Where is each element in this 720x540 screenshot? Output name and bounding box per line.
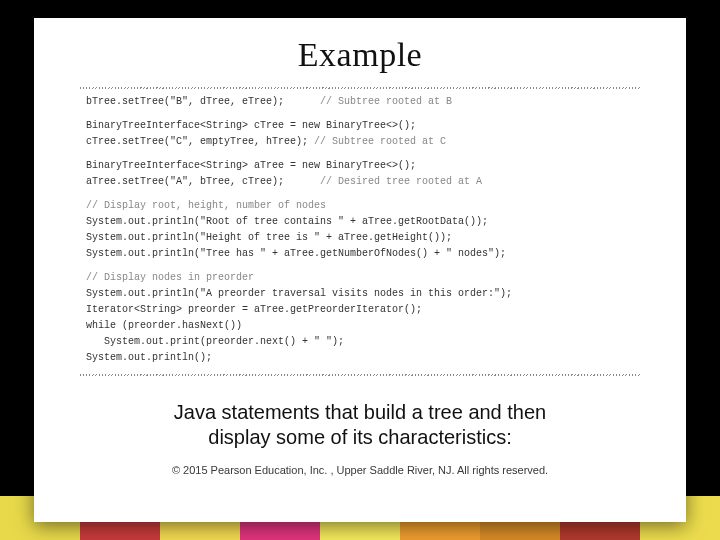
code-line: System.out.println(); (86, 350, 638, 366)
code-line: cTree.setTree("C", emptyTree, hTree); (86, 136, 308, 147)
code-comment: // Display nodes in preorder (86, 270, 638, 286)
code-line: System.out.println("A preorder traversal… (86, 286, 638, 302)
code-comment: // Display root, height, number of nodes (86, 198, 638, 214)
copyright-line: © 2015 Pearson Education, Inc. , Upper S… (80, 464, 640, 476)
code-line: BinaryTreeInterface<String> aTree = new … (86, 158, 638, 174)
code-line: bTree.setTree("B", dTree, eTree); (86, 96, 284, 107)
caption-line-2: display some of its characteristics: (208, 426, 511, 448)
code-line: System.out.println("Root of tree contain… (86, 214, 638, 230)
caption: Java statements that build a tree and th… (120, 400, 600, 450)
code-line: System.out.println("Height of tree is " … (86, 230, 638, 246)
code-line: System.out.println("Tree has " + aTree.g… (86, 246, 638, 262)
code-line: while (preorder.hasNext()) (86, 318, 638, 334)
code-line: BinaryTreeInterface<String> cTree = new … (86, 118, 638, 134)
slide-card: Example bTree.setTree("B", dTree, eTree)… (34, 18, 686, 522)
code-line: System.out.print(preorder.next() + " "); (86, 334, 638, 350)
code-comment: // Subtree rooted at B (284, 96, 452, 107)
caption-line-1: Java statements that build a tree and th… (174, 401, 546, 423)
code-line: aTree.setTree("A", bTree, cTree); (86, 176, 284, 187)
code-line: Iterator<String> preorder = aTree.getPre… (86, 302, 638, 318)
code-comment: // Subtree rooted at C (308, 136, 446, 147)
code-comment: // Desired tree rooted at A (284, 176, 482, 187)
code-block: bTree.setTree("B", dTree, eTree); // Sub… (80, 90, 640, 380)
slide-title: Example (80, 36, 640, 74)
